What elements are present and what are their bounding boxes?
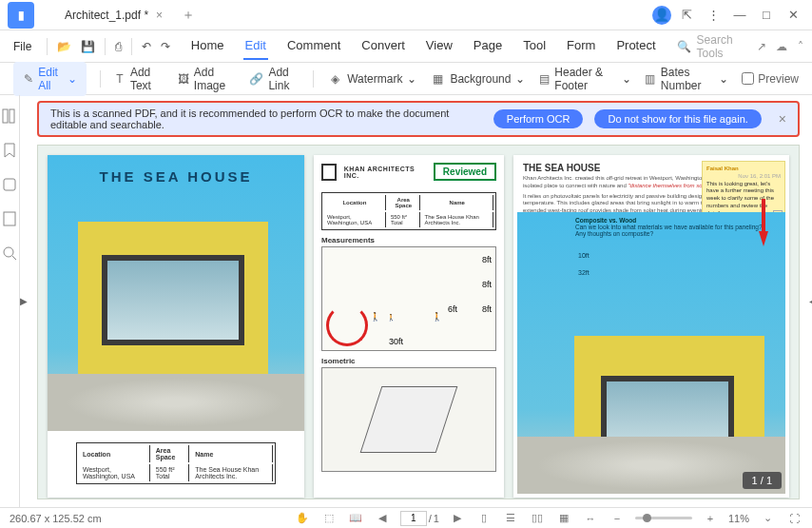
- open-icon[interactable]: 📂: [57, 36, 71, 57]
- menu-convert[interactable]: Convert: [359, 32, 407, 60]
- page1-title: THE SEA HOUSE: [48, 168, 304, 185]
- document-tab[interactable]: Architect_1.pdf * ×: [53, 2, 174, 29]
- redo-icon[interactable]: ↷: [161, 36, 170, 57]
- svg-rect-0: [3, 109, 8, 123]
- menu-view[interactable]: View: [424, 32, 454, 60]
- watermark-button[interactable]: ◈Watermark⌄: [327, 71, 416, 87]
- preview-checkbox[interactable]: [742, 72, 754, 85]
- background-icon: ▦: [430, 71, 445, 87]
- menu-form[interactable]: Form: [565, 32, 597, 60]
- perform-ocr-button[interactable]: Perform OCR: [493, 109, 584, 128]
- ocr-message: This is a scanned PDF, and it is recomme…: [50, 108, 482, 130]
- dismiss-ocr-button[interactable]: Do not show for this file again.: [594, 109, 761, 128]
- search-placeholder[interactable]: Search Tools: [697, 33, 740, 60]
- search-panel-icon[interactable]: [0, 244, 19, 263]
- add-image-button[interactable]: 🖼Add Image: [178, 66, 237, 92]
- page2-info-table: LocationArea SpaceName Westport, Washing…: [321, 192, 496, 230]
- text-icon: T: [114, 71, 126, 87]
- background-button[interactable]: ▦Background⌄: [430, 71, 525, 87]
- link-icon: 🔗: [249, 71, 263, 87]
- document-canvas[interactable]: ▣ THE SEA HOUSE LocationArea SpaceName W…: [37, 145, 800, 499]
- page-1: THE SEA HOUSE LocationArea SpaceName Wes…: [48, 155, 304, 498]
- page-3: THE SEA HOUSE Khan Architects Inc. creat…: [513, 155, 789, 498]
- svg-rect-1: [10, 109, 14, 123]
- menu-edit[interactable]: Edit: [243, 32, 268, 60]
- pencil-icon: ✎: [23, 71, 33, 87]
- svg-point-4: [4, 247, 13, 257]
- read-mode-icon[interactable]: 📖: [347, 510, 364, 527]
- zoom-value: 11%: [728, 513, 749, 524]
- markup-circle: [326, 304, 368, 346]
- print-icon[interactable]: ⎙: [114, 36, 122, 57]
- cloud-icon[interactable]: ☁: [776, 36, 787, 57]
- isometric-figure: [321, 367, 496, 472]
- attachment-panel-icon[interactable]: [0, 175, 19, 194]
- markup-arrow: [759, 231, 768, 246]
- two-continuous-icon[interactable]: ▦: [555, 510, 572, 527]
- bates-icon: ▥: [645, 71, 656, 87]
- company-name: KHAN ARCHITECTS INC.: [344, 166, 418, 179]
- user-avatar[interactable]: 👤: [652, 6, 671, 25]
- close-banner-icon[interactable]: ×: [779, 111, 786, 127]
- hand-tool-icon[interactable]: ✋: [294, 510, 311, 527]
- fullscreen-icon[interactable]: ⛶: [785, 510, 802, 527]
- maximize-icon[interactable]: □: [755, 4, 778, 27]
- khan-logo-icon: [321, 164, 337, 181]
- zoom-in-icon[interactable]: +: [702, 510, 719, 527]
- menu-comment[interactable]: Comment: [285, 32, 342, 60]
- close-tab-icon[interactable]: ×: [156, 9, 163, 22]
- zoom-slider[interactable]: [635, 517, 692, 519]
- menu-tool[interactable]: Tool: [521, 32, 548, 60]
- watermark-icon: ◈: [327, 71, 342, 87]
- collapse-ribbon-icon[interactable]: ˄: [797, 36, 804, 57]
- page-2: KHAN ARCHITECTS INC. Reviewed LocationAr…: [314, 155, 504, 498]
- two-page-icon[interactable]: ▯▯: [529, 510, 546, 527]
- menu-page[interactable]: Page: [472, 32, 504, 60]
- prev-page-icon[interactable]: ◀: [374, 510, 391, 527]
- bates-number-button[interactable]: ▥Bates Number⌄: [645, 66, 728, 92]
- ocr-banner: This is a scanned PDF, and it is recomme…: [37, 101, 800, 137]
- cursor-coords: 260.67 x 125.52 cm: [10, 513, 102, 524]
- page-number-input[interactable]: /1: [400, 511, 439, 526]
- undo-icon[interactable]: ↶: [142, 36, 151, 57]
- preview-toggle[interactable]: Preview: [742, 72, 799, 86]
- file-menu[interactable]: File: [8, 40, 37, 53]
- share-icon[interactable]: ⇱: [675, 4, 698, 27]
- menu-home[interactable]: Home: [189, 32, 226, 60]
- measurements-figure: 8ft 8ft 8ft 6ft 30ft 🚶 🚶 🚶: [321, 246, 496, 351]
- next-page-icon[interactable]: ▶: [449, 510, 466, 527]
- menu-protect[interactable]: Protect: [614, 32, 657, 60]
- image-icon: 🖼: [178, 71, 189, 87]
- zoom-dropdown-icon[interactable]: ⌄: [759, 510, 776, 527]
- comment-callout[interactable]: Composite vs. Wood Can we look into what…: [570, 214, 770, 240]
- isometric-label: Isometric: [321, 357, 496, 365]
- select-tool-icon[interactable]: ⬚: [320, 510, 338, 527]
- tab-title: Architect_1.pdf *: [65, 9, 148, 22]
- page1-info-table: LocationArea SpaceName Westport, Washing…: [76, 442, 276, 484]
- edit-all-button[interactable]: ✎ Edit All⌄: [13, 62, 87, 96]
- header-footer-button[interactable]: ▤Header & Footer⌄: [538, 66, 631, 92]
- zoom-out-icon[interactable]: −: [609, 510, 626, 527]
- single-page-icon[interactable]: ▯: [475, 510, 493, 527]
- svg-rect-2: [4, 179, 15, 190]
- reviewed-stamp: Reviewed: [434, 163, 496, 181]
- measurements-label: Measurements: [321, 236, 496, 244]
- close-window-icon[interactable]: ✕: [782, 4, 804, 27]
- fit-width-icon[interactable]: ↔: [582, 510, 599, 527]
- svg-line-5: [12, 256, 16, 260]
- add-link-button[interactable]: 🔗Add Link: [249, 66, 300, 92]
- search-icon[interactable]: 🔍: [677, 36, 691, 57]
- continuous-icon[interactable]: ☰: [502, 510, 519, 527]
- bookmark-panel-icon[interactable]: [0, 141, 19, 160]
- minimize-icon[interactable]: —: [728, 4, 751, 27]
- field-panel-icon[interactable]: [0, 209, 19, 228]
- thumbnails-panel-icon[interactable]: [0, 107, 19, 126]
- header-footer-icon: ▤: [538, 71, 550, 87]
- expand-left-icon[interactable]: ▶: [20, 95, 28, 507]
- app-logo: ▮: [8, 2, 34, 29]
- kebab-menu-icon[interactable]: ⋮: [702, 4, 725, 27]
- add-text-button[interactable]: TAdd Text: [114, 66, 164, 92]
- save-icon[interactable]: 💾: [81, 36, 95, 57]
- external-link-icon[interactable]: ↗: [757, 36, 766, 57]
- new-tab-button[interactable]: ＋: [182, 7, 195, 24]
